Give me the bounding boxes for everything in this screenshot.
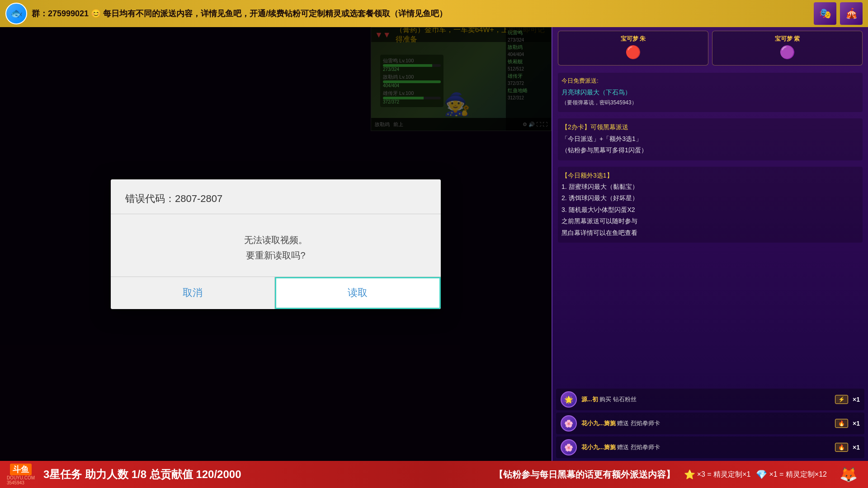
error-message-line1: 无法读取视频。 [244,235,307,245]
gift-count-1: ×1 [853,396,860,403]
logo-bottom-text: DOUYU.COM3545943 [7,475,35,485]
banner-text: 群：275999021 😊 每日均有不同的派送内容，详情见鱼吧，开通/续费钻粉可… [32,8,809,19]
gift-row-2: 🌸 花小九...旖旎 赠送 烈焰拳师卡 🔥 ×1 [556,413,864,434]
ann1-line2: 「今日派送」+「额外3选1」 [561,134,859,144]
gift-badge-1: ⚡ [835,395,848,404]
announcement-free-gift: 今日免费派送: 月亮球闪最大（下石鸟） （要领弹幕说，密码3545943） [558,73,863,112]
error-dialog-buttons: 取消 读取 [111,277,441,309]
pokemon-card-1-title: 宝可梦 朱 [562,35,704,43]
gift-row-3: 🌸 花小九...旖旎 赠送 烈焰拳师卡 🔥 ×1 [556,436,864,458]
char-icon-2: 🎪 [840,2,863,25]
banner-right-chars: 🎭 🎪 [814,2,863,25]
announcement-block-1: 【2办卡】可领黑幕派送 「今日派送」+「额外3选1」 （钻粉参与黑幕可多得1闪蛋… [558,118,863,160]
pokemon-card-2-title: 宝可梦 紫 [716,35,859,43]
ann2-title: 【今日额外3选1】 [561,170,859,180]
star-icon: ⭐ [684,469,695,480]
pokemon-card-1: 宝可梦 朱 🔴 [558,31,708,66]
bottom-mascot: 🦊 [836,462,861,487]
reward-text-1: ×3 = 精灵定制×1 [697,470,751,479]
error-message-line2: 要重新读取吗? [246,250,305,260]
ann2-item3: 3. 随机最大\小体型闪蛋X2 [561,205,859,215]
gift-action-1: 购买 钻石粉丝 [599,396,637,403]
gift-count-2: ×1 [853,420,860,427]
task-text: 3星任务 助力人数 1/8 总贡献值 120/2000 [43,467,485,482]
gift-avatar-2: 🌸 [561,415,577,432]
error-message: 无法读取视频。 要重新读取吗? [125,232,426,263]
gift-name-2: 花小九...旖旎 [581,420,616,427]
streamer-avatar: 🐟 [5,3,27,24]
logo-top-text: 斗鱼 [10,464,32,475]
announcement-block-2: 【今日额外3选1】 1. 甜蜜球闪最大（黏黏宝） 2. 诱饵球闪最大（好坏星） … [558,167,863,243]
main-content: ▼▼ （膏药）金币车，一车卖64W+，上输出即可记得准备 玩雷鸣 273/324… [0,27,552,461]
ann1-line3: （钻粉参与黑幕可多得1闪蛋） [561,145,859,155]
gift-avatar-3: 🌸 [561,439,577,455]
bottom-logo: 斗鱼 DOUYU.COM3545943 [7,464,34,485]
ann1-line1: 【2办卡】可领黑幕派送 [561,122,859,132]
gift-avatar-1: 🌟 [561,391,577,408]
bottom-rewards: ⭐ ×3 = 精灵定制×1 💎 ×1 = 精灵定制×12 [684,469,827,480]
gift-row-1: 🌟 源...初 购买 钻石粉丝 ⚡ ×1 [556,389,864,410]
reward-item-2: 💎 ×1 = 精灵定制×12 [756,469,827,480]
announcement-free-gift-title: 今日免费派送: [561,76,859,86]
top-banner: 🐟 群：275999021 😊 每日均有不同的派送内容，详情见鱼吧，开通/续费钻… [0,0,868,27]
ann2-item2: 2. 诱饵球闪最大（好坏星） [561,193,859,203]
streamer-avatar-emoji: 🐟 [10,8,23,19]
sidebar-announcements: 今日免费派送: 月亮球闪最大（下石鸟） （要领弹幕说，密码3545943） 【2… [552,69,868,386]
error-dialog: 错误代码：2807-2807 无法读取视频。 要重新读取吗? 取消 读取 [111,179,441,309]
ann2-extra1: 之前黑幕派送可以随时参与 [561,216,859,226]
sidebar-gifts: 🌟 源...初 购买 钻石粉丝 ⚡ ×1 🌸 花小九...旖旎 赠送 烈焰拳师卡… [552,386,868,461]
error-dialog-body: 无法读取视频。 要重新读取吗? [111,214,441,277]
pokemon-icon-1: 🔴 [562,45,704,60]
gift-action-3: 赠送 烈焰拳师卡 [617,444,660,450]
gift-info-2: 花小九...旖旎 赠送 烈焰拳师卡 [581,419,830,427]
gift-count-3: ×1 [853,444,860,451]
gift-action-2: 赠送 烈焰拳师卡 [617,420,660,427]
error-code: 错误代码：2807-2807 [125,193,222,204]
confirm-button[interactable]: 读取 [275,277,441,309]
gift-name-1: 源...初 [581,396,598,403]
right-sidebar: 宝可梦 朱 🔴 宝可梦 紫 🟣 今日免费派送: 月亮球闪最大（下石鸟） （要领弹… [552,27,868,461]
ann2-extra2: 黑白幕详情可以在鱼吧查看 [561,228,859,238]
pokemon-icon-2: 🟣 [716,45,859,60]
gift-badge-3: 🔥 [835,443,848,452]
diamond-icon: 💎 [756,469,767,480]
cancel-button[interactable]: 取消 [111,277,275,309]
announcement-free-gift-detail2: （要领弹幕说，密码3545943） [561,99,859,107]
pokemon-card-2: 宝可梦 紫 🟣 [712,31,863,66]
reward-item-1: ⭐ ×3 = 精灵定制×1 [684,469,751,480]
error-dialog-overlay: 错误代码：2807-2807 无法读取视频。 要重新读取吗? 取消 读取 [0,27,552,461]
reward-text-2: ×1 = 精灵定制×12 [769,470,827,479]
announcement-free-gift-detail1: 月亮球闪最大（下石鸟） [561,87,859,97]
right-text: 【钻粉参与每日黑幕的话更有额外派送内容】 [494,469,675,481]
sidebar-pokemon-cards: 宝可梦 朱 🔴 宝可梦 紫 🟣 [552,27,868,69]
char-icon-1: 🎭 [814,2,836,25]
gift-info-3: 花小九...旖旎 赠送 烈焰拳师卡 [581,443,830,451]
gift-badge-2: 🔥 [835,419,848,428]
gift-name-3: 花小九...旖旎 [581,444,616,450]
ann2-item1: 1. 甜蜜球闪最大（黏黏宝） [561,182,859,192]
bottom-bar: 斗鱼 DOUYU.COM3545943 3星任务 助力人数 1/8 总贡献值 1… [0,461,868,488]
gift-info-1: 源...初 购买 钻石粉丝 [581,395,830,404]
error-dialog-header: 错误代码：2807-2807 [111,179,441,214]
